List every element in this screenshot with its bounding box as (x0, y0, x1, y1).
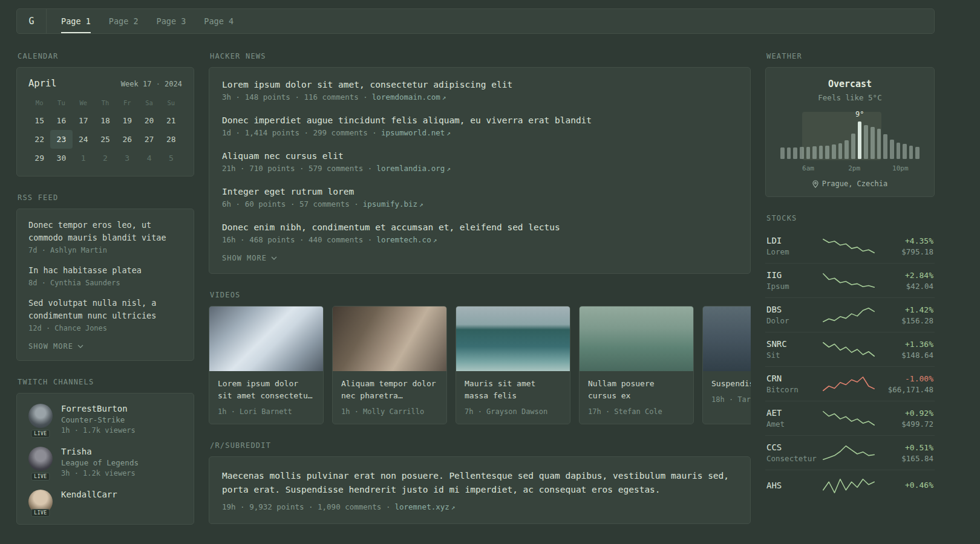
hn-item-title[interactable]: Integer eget rutrum lorem (222, 187, 737, 196)
stock-symbol: DBS (766, 305, 822, 314)
calendar-day: 27 (138, 130, 160, 149)
video-card[interactable]: Aliquam tempor dolor nec pharetra… 1h · … (332, 306, 447, 424)
calendar-day-header: We (73, 97, 94, 111)
subreddit-widget: /R/SUBREDDIT Maecenas mollis pulvinar er… (209, 441, 751, 523)
twitch-channel-row[interactable]: LIVE KendallCarr (28, 490, 182, 514)
video-card[interactable]: Nullam posuere cursus ex 17h · Stefan Co… (579, 306, 694, 424)
weather-bar (871, 127, 875, 159)
calendar-day: 24 (73, 130, 94, 149)
reddit-domain-link[interactable]: loremnet.xyz (394, 502, 449, 511)
twitch-channel-row[interactable]: LIVE Trisha League of Legends 3h · 1.2k … (28, 447, 182, 478)
video-card[interactable]: Suspendisse diam 18h · Tara (702, 306, 751, 424)
avatar: LIVE (28, 404, 53, 435)
hn-show-more-button[interactable]: SHOW MORE (222, 254, 737, 262)
stock-name: Sit (766, 351, 822, 360)
stock-values: +0.51%$165.84 (875, 443, 933, 463)
stock-price: $42.04 (875, 282, 933, 291)
stock-name: Amet (766, 419, 822, 429)
channel-game: Counter-Strike (61, 415, 136, 424)
channel-name[interactable]: ForrestBurton (61, 404, 136, 413)
stock-name: Dolor (766, 316, 822, 325)
stock-values: +4.35%$795.18 (875, 236, 933, 256)
channel-info: KendallCarr (61, 490, 117, 514)
weather-bar (793, 147, 797, 159)
stock-row[interactable]: SNRCSit +1.36%$148.64 (765, 332, 935, 366)
stock-symbol: AHS (766, 481, 822, 490)
reddit-post-title[interactable]: Maecenas mollis pulvinar erat non posuer… (222, 469, 737, 497)
chevron-down-icon (77, 345, 83, 348)
hn-item-stats: 16h · 468 points · 440 comments · (222, 235, 372, 244)
rss-item-meta: 12d · Chance Jones (28, 324, 182, 332)
app-logo[interactable]: G (17, 9, 47, 33)
videos-row: Lorem ipsum dolor sit amet consectetu… 1… (209, 306, 751, 424)
hn-item-title[interactable]: Aliquam nec cursus elit (222, 151, 737, 161)
tab-page-1[interactable]: Page 1 (61, 9, 91, 33)
stock-identity: AETAmet (766, 408, 822, 429)
rss-show-more-button[interactable]: SHOW MORE (28, 342, 182, 351)
channel-name[interactable]: KendallCarr (61, 490, 117, 499)
calendar-day: 30 (50, 149, 72, 167)
stock-sparkline (822, 237, 875, 255)
rss-item-title[interactable]: Sed volutpat nulla nisl, a condimentum n… (28, 297, 182, 322)
calendar-week-number: Week 17 (121, 80, 152, 88)
calendar-widget: CALENDAR April Week 17 · 2024 Mo Tu We (16, 52, 194, 176)
channel-viewers: 3h · 1.2k viewers (61, 469, 139, 478)
rss-item-title[interactable]: Donec tempor eros leo, ut commodo mauris… (28, 219, 182, 244)
weather-widget: WEATHER Overcast Feels like 5°C 9° 6am 2… (765, 52, 935, 197)
stock-values: -1.00%$66,171.48 (875, 374, 933, 394)
video-title: Lorem ipsum dolor sit amet consectetu… (209, 371, 323, 402)
stock-row[interactable]: CCSConsectetur +0.51%$165.84 (765, 435, 935, 470)
hn-item-title[interactable]: Donec imperdiet augue tincidunt felis al… (222, 115, 737, 125)
rss-widget: RSS FEED Donec tempor eros leo, ut commo… (16, 193, 194, 361)
hn-item-domain-link[interactable]: loremtech.co (376, 235, 431, 244)
tab-page-2[interactable]: Page 2 (109, 9, 139, 33)
calendar-day: 17 (73, 111, 94, 130)
hn-item-meta: 3h · 148 points · 116 comments ·loremdom… (222, 92, 737, 102)
hn-item-domain-link[interactable]: loremlandia.org (376, 164, 445, 173)
channel-name[interactable]: Trisha (61, 447, 139, 456)
calendar-day: 19 (116, 111, 138, 130)
top-nav: G Page 1 Page 2 Page 3 Page 4 (16, 8, 935, 34)
rss-item-title[interactable]: In hac habitasse platea (28, 264, 182, 277)
external-link-icon: ↗ (451, 504, 456, 511)
calendar-day-selected: 23 (50, 130, 72, 149)
tab-page-4[interactable]: Page 4 (204, 9, 234, 33)
stock-values: +0.46% (875, 481, 933, 491)
hn-item-title[interactable]: Donec enim nibh, condimentum et accumsan… (222, 222, 737, 232)
calendar-day-header: Fr (116, 97, 138, 111)
video-card[interactable]: Mauris sit amet massa felis 7h · Grayson… (456, 306, 570, 424)
stock-row[interactable]: AHS +0.46% (765, 470, 935, 502)
hn-item-domain-link[interactable]: ipsumworld.net (381, 128, 445, 137)
stock-symbol: SNRC (766, 339, 822, 349)
twitch-widget: TWITCH CHANNELS LIVE ForrestBurton Count… (16, 378, 194, 525)
stock-row[interactable]: IIGIpsum +2.84%$42.04 (765, 263, 935, 297)
stock-row[interactable]: DBSDolor +1.42%$156.28 (765, 297, 935, 332)
weather-condition: Overcast (776, 79, 924, 89)
video-card[interactable]: Lorem ipsum dolor sit amet consectetu… 1… (209, 306, 324, 424)
calendar-day: 5 (160, 149, 182, 167)
hn-item: Aliquam nec cursus elit 21h · 710 points… (222, 151, 737, 173)
twitch-channel-row[interactable]: LIVE ForrestBurton Counter-Strike 1h · 1… (28, 404, 182, 435)
stock-values: +2.84%$42.04 (875, 271, 933, 291)
weather-bar (864, 125, 868, 159)
rss-card: Donec tempor eros leo, ut commodo mauris… (16, 209, 194, 361)
stock-identity: DBSDolor (766, 305, 822, 325)
weather-bar (832, 144, 836, 159)
hn-item-domain-link[interactable]: loremdomain.com (372, 92, 440, 102)
stock-identity: IIGIpsum (766, 270, 822, 291)
hn-item-title[interactable]: Lorem ipsum dolor sit amet, consectetur … (222, 80, 737, 89)
hn-item-domain-link[interactable]: ipsumify.biz (363, 199, 417, 209)
video-thumbnail (580, 306, 693, 371)
avatar: LIVE (28, 447, 53, 478)
live-badge: LIVE (31, 509, 50, 517)
stock-change: +4.35% (875, 236, 933, 245)
weather-bars (780, 121, 920, 159)
stock-row[interactable]: CRNBitcorn -1.00%$66,171.48 (765, 366, 935, 401)
weather-bar (780, 147, 785, 159)
stock-row[interactable]: AETAmet +0.92%$499.72 (765, 401, 935, 435)
stock-row[interactable]: LDILorem +4.35%$795.18 (765, 229, 935, 263)
hn-item-meta: 21h · 710 points · 579 comments ·loremla… (222, 164, 737, 173)
tab-page-3[interactable]: Page 3 (157, 9, 186, 33)
weather-bar (883, 134, 887, 159)
video-title: Aliquam tempor dolor nec pharetra… (333, 371, 446, 402)
